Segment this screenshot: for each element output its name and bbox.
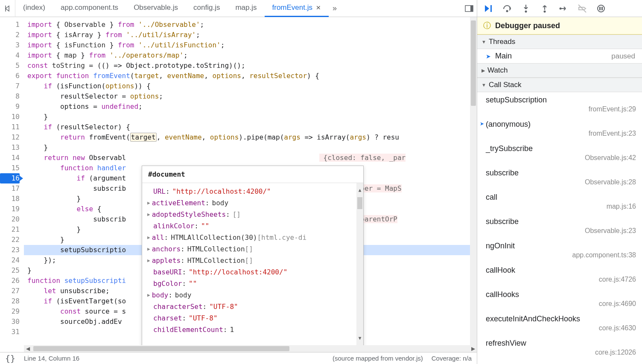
- code-line[interactable]: if (resultSelector) {: [24, 122, 470, 132]
- svg-rect-9: [601, 7, 603, 10]
- step-button[interactable]: [557, 3, 569, 15]
- tooltip-property-row[interactable]: ▶all: HTMLAllCollection(30) [html.cye-di: [146, 232, 353, 243]
- frame-name: call: [486, 193, 636, 202]
- stack-frame[interactable]: callHookscore.js:4690: [477, 287, 642, 311]
- tab-app-component-ts[interactable]: app.component.ts: [53, 0, 126, 17]
- step-over-button[interactable]: [501, 3, 513, 15]
- more-tabs-icon[interactable]: »: [329, 4, 341, 13]
- tooltip-vscrollbar[interactable]: ▲▼: [356, 183, 363, 345]
- frame-name: callHooks: [486, 290, 636, 299]
- step-into-button[interactable]: [520, 3, 532, 15]
- watch-section-header[interactable]: ▶Watch: [477, 63, 642, 78]
- frame-location: fromEvent.js:23: [486, 130, 636, 137]
- frame-name: callHook: [486, 266, 636, 275]
- code-line[interactable]: export function fromEvent(target, eventN…: [24, 71, 470, 81]
- close-tab-icon[interactable]: ✕: [316, 4, 321, 11]
- coverage-info: Coverage: n/a: [432, 355, 472, 362]
- stack-frame[interactable]: subscribeObservable.js:23: [477, 214, 642, 238]
- tooltip-property-row[interactable]: childElementCount: 1: [146, 324, 353, 335]
- tooltip-property-row[interactable]: characterSet: "UTF-8": [146, 301, 353, 312]
- frame-name: subscribe: [486, 217, 636, 226]
- code-line[interactable]: return new Observabl {closed: false, _pa…: [24, 153, 470, 163]
- stack-frame[interactable]: ngOnInitapp.component.ts:38: [477, 238, 642, 262]
- tooltip-property-row[interactable]: ▶anchors: HTMLCollection []: [146, 243, 353, 255]
- dock-icon[interactable]: [461, 0, 477, 17]
- tooltip-title: #document: [142, 166, 363, 183]
- tab-map-js[interactable]: map.js: [228, 0, 264, 17]
- tab-fromevent-js[interactable]: fromEvent.js✕: [265, 0, 329, 17]
- stack-frame[interactable]: subscribeObservable.js:28: [477, 165, 642, 189]
- frame-name: executeInitAndCheckHooks: [486, 314, 636, 323]
- stack-frame[interactable]: setupSubscriptionfromEvent.js:29: [477, 92, 642, 116]
- frame-name: ngOnInit: [486, 242, 636, 250]
- code-line[interactable]: const toString = (() => Object.prototype…: [24, 61, 470, 71]
- frame-name: refreshView: [486, 339, 636, 348]
- frame-name: subscribe: [486, 169, 636, 178]
- svg-point-6: [560, 7, 562, 9]
- tooltip-property-row[interactable]: ▶applets: HTMLCollection []: [146, 255, 353, 266]
- tooltip-property-row[interactable]: alinkColor: "": [146, 220, 353, 232]
- tooltip-body[interactable]: URL: "http://localhost:4200/"▶activeElem…: [142, 183, 356, 345]
- tooltip-property-row[interactable]: bgColor: "": [146, 278, 353, 289]
- svg-rect-2: [490, 5, 492, 12]
- svg-point-7: [598, 5, 604, 12]
- tab-config-js[interactable]: config.js: [186, 0, 228, 17]
- frame-location: core.js:4690: [486, 300, 636, 308]
- stack-frame[interactable]: renderComponentOrTemplatecore.js:12142: [477, 360, 642, 364]
- svg-rect-1: [470, 6, 473, 12]
- threads-section-header[interactable]: ▼Threads: [477, 35, 642, 49]
- tab--index-[interactable]: (index): [15, 0, 53, 17]
- frame-name: (anonymous): [486, 120, 636, 129]
- step-out-button[interactable]: [539, 3, 551, 15]
- tab-observable-js[interactable]: Observable.js: [126, 0, 186, 17]
- code-line[interactable]: resultSelector = options;: [24, 91, 470, 102]
- debug-toolbar: [477, 0, 642, 17]
- tooltip-property-row[interactable]: ▶adoptedStyleSheets: []: [146, 209, 353, 220]
- code-line[interactable]: return fromEvent(target, eventName, opti…: [24, 132, 470, 143]
- svg-point-5: [544, 10, 546, 12]
- code-line[interactable]: }: [24, 112, 470, 122]
- code-editor[interactable]: 1234567891011121314151617181920212223242…: [0, 17, 477, 345]
- editor-hscrollbar[interactable]: ◀▶: [24, 345, 477, 352]
- frame-location: core.js:4630: [486, 324, 636, 332]
- stack-frame[interactable]: _trySubscribeObservable.js:42: [477, 141, 642, 165]
- code-line[interactable]: if (isFunction(options)) {: [24, 81, 470, 91]
- tooltip-property-row[interactable]: charset: "UTF-8": [146, 312, 353, 324]
- frame-name: _trySubscribe: [486, 144, 636, 153]
- frame-location: Observable.js:42: [486, 154, 636, 162]
- resume-button[interactable]: [482, 3, 494, 15]
- code-line[interactable]: import { map } from '../operators/map';: [24, 50, 470, 61]
- code-line[interactable]: }: [24, 143, 470, 153]
- format-icon[interactable]: {}: [5, 353, 15, 364]
- stack-frame[interactable]: (anonymous)fromEvent.js:23: [477, 116, 642, 141]
- banner-text: Debugger paused: [495, 21, 560, 30]
- deactivate-breakpoints-button[interactable]: [576, 3, 588, 15]
- cursor-position: Line 14, Column 16: [24, 355, 79, 362]
- editor-vscrollbar[interactable]: [470, 17, 477, 345]
- code-line[interactable]: import { Observable } from '../Observabl…: [24, 20, 470, 30]
- thread-state: paused: [611, 52, 635, 61]
- code-line[interactable]: options = undefined;: [24, 102, 470, 112]
- stack-frame[interactable]: callmap.js:16: [477, 189, 642, 214]
- stack-frame[interactable]: callHookcore.js:4726: [477, 262, 642, 287]
- thread-row[interactable]: ➤ Main paused: [477, 49, 642, 63]
- debugger-banner: ⓘ Debugger paused: [477, 17, 642, 35]
- frame-location: fromEvent.js:29: [486, 105, 636, 113]
- source-map-info: (source mapped from vendor.js): [333, 355, 423, 362]
- stack-frame[interactable]: refreshViewcore.js:12026: [477, 335, 642, 360]
- svg-point-3: [506, 10, 508, 12]
- callstack-section-header[interactable]: ▼Call Stack: [477, 78, 642, 92]
- code-line[interactable]: import { isArray } from '../util/isArray…: [24, 30, 470, 40]
- nav-back-icon[interactable]: [0, 0, 15, 17]
- tooltip-property-row[interactable]: baseURI: "http://localhost:4200/": [146, 266, 353, 278]
- tooltip-property-row[interactable]: ▶activeElement: body: [146, 197, 353, 209]
- tooltip-property-row[interactable]: URL: "http://localhost:4200/": [146, 186, 353, 197]
- code-line[interactable]: import { isFunction } from '../util/isFu…: [24, 40, 470, 50]
- info-icon: ⓘ: [483, 20, 491, 31]
- stack-frame[interactable]: executeInitAndCheckHookscore.js:4630: [477, 311, 642, 335]
- svg-point-4: [525, 10, 527, 12]
- tooltip-property-row[interactable]: ▶body: body: [146, 289, 353, 301]
- svg-rect-8: [599, 7, 601, 10]
- pause-on-exceptions-button[interactable]: [595, 3, 607, 15]
- frame-name: setupSubscription: [486, 96, 636, 105]
